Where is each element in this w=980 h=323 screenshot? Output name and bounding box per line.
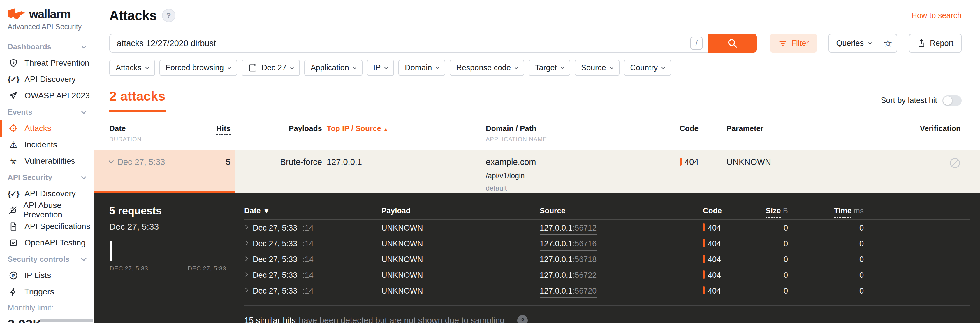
chevron-down-icon <box>81 174 86 179</box>
filter-chip-domain[interactable]: Domain <box>398 59 445 76</box>
filter-chip-forced-browsing[interactable]: Forced browsing <box>159 59 237 76</box>
sidebar-item-vulnerabilities[interactable]: ☣ Vulnerabilities <box>0 153 94 169</box>
sidebar-item-api-abuse-prevention[interactable]: API Abuse Prevention <box>0 202 94 218</box>
how-to-search-link[interactable]: How to search <box>911 11 962 20</box>
page-header: Attacks ? How to search <box>94 0 980 23</box>
status-code-indicator <box>679 158 682 166</box>
sidebar-section-dashboards[interactable]: Dashboards <box>0 38 94 55</box>
attack-application[interactable]: default <box>486 184 679 192</box>
chevron-down-icon <box>384 65 388 69</box>
request-time: 0 <box>788 224 864 233</box>
filter-chip-target[interactable]: Target <box>528 59 570 76</box>
col-code: Code <box>679 124 698 133</box>
source-link[interactable]: 127.0.0.1:56712 <box>540 224 597 235</box>
horizontal-scrollbar-thumb[interactable] <box>40 319 93 322</box>
sidebar-item-threat-prevention[interactable]: Threat Prevention <box>0 55 94 71</box>
source-link[interactable]: 127.0.0.1:56720 <box>540 286 597 298</box>
request-row[interactable]: Dec 27, 5:33:14 UNKNOWN 127.0.0.1:56712 … <box>244 220 970 236</box>
col-hits[interactable]: Hits <box>216 124 231 135</box>
request-size: 0 <box>744 224 788 233</box>
question-badge-icon[interactable]: ? <box>517 315 528 323</box>
sidebar-item-incidents[interactable]: ⚠ Incidents <box>0 137 94 153</box>
filter-chip-ip[interactable]: IP <box>367 59 394 76</box>
svg-text:IP: IP <box>12 274 16 278</box>
col-request-time[interactable]: Time ms <box>788 206 864 215</box>
filter-chip-attacks[interactable]: Attacks <box>109 59 155 76</box>
attack-parameter: UNKNOWN <box>727 150 918 193</box>
chevron-down-icon <box>81 109 86 114</box>
sidebar-section-events[interactable]: Events <box>0 104 94 120</box>
request-payload: UNKNOWN <box>382 271 540 280</box>
chevron-down-icon <box>514 65 519 69</box>
request-row[interactable]: Dec 27, 5:33:14 UNKNOWN 127.0.0.1:56720 … <box>244 283 970 299</box>
sidebar-item-api-discovery[interactable]: {✓} API Discovery <box>0 71 94 88</box>
search-box: / <box>109 34 708 53</box>
results-row: 2 attacks Sort by latest hit <box>94 89 980 112</box>
chevron-right-icon <box>243 225 248 229</box>
col-application-name: APPLICATION NAME <box>486 136 679 143</box>
source-link[interactable]: 127.0.0.1:56722 <box>540 271 597 282</box>
favorite-query-button[interactable]: ☆ <box>878 34 897 52</box>
warning-icon: ⚠ <box>8 140 19 149</box>
chevron-right-icon <box>243 256 248 261</box>
col-top-ip-source[interactable]: Top IP / Source ▲ <box>327 124 388 133</box>
attack-row[interactable]: Dec 27, 5:33 5 Brute-force 127.0.0.1 exa… <box>94 150 980 193</box>
requests-date: Dec 27, 5:33 <box>109 222 159 232</box>
sidebar-section-security-controls[interactable]: Security controls <box>0 251 94 267</box>
queries-dropdown[interactable]: Queries <box>829 34 878 52</box>
chevron-right-icon <box>243 272 248 277</box>
search-input[interactable] <box>110 34 708 52</box>
status-code-indicator <box>703 223 705 231</box>
report-button[interactable]: Report <box>909 34 962 53</box>
request-row[interactable]: Dec 27, 5:33:14 UNKNOWN 127.0.0.1:56718 … <box>244 251 970 267</box>
sidebar-item-openapi-testing[interactable]: OpenAPI Testing <box>0 235 94 251</box>
sidebar-item-api-specifications[interactable]: API Specifications <box>0 218 94 235</box>
requests-rows: Dec 27, 5:33:14 UNKNOWN 127.0.0.1:56712 … <box>244 220 970 299</box>
axis-end-label: DEC 27, 5:33 <box>188 265 226 272</box>
selected-row-indicator <box>94 191 235 193</box>
request-row[interactable]: Dec 27, 5:33:14 UNKNOWN 127.0.0.1:56722 … <box>244 267 970 283</box>
source-link[interactable]: 127.0.0.1:56716 <box>540 239 597 251</box>
filter-chip-country[interactable]: Country <box>624 59 671 76</box>
brand-subtitle: Advanced API Security <box>8 22 94 31</box>
col-date[interactable]: Date <box>109 124 198 133</box>
logo-block[interactable]: wallarm Advanced API Security <box>0 0 94 31</box>
filter-button[interactable]: Filter <box>770 34 817 53</box>
sidebar-item-ip-lists[interactable]: IP IP Lists <box>0 267 94 284</box>
sidebar-item-owasp-api-2023[interactable]: OWASP API 2023 <box>0 88 94 104</box>
col-request-size[interactable]: Size B <box>744 206 788 215</box>
request-size: 0 <box>744 239 788 248</box>
request-code: 404 <box>708 271 721 280</box>
attacks-table-header: Date DURATION Hits Payloads Top IP / Sou… <box>94 124 980 143</box>
similar-hits-count: 15 similar hits <box>244 316 296 323</box>
source-link[interactable]: 127.0.0.1:56718 <box>540 255 597 266</box>
target-icon <box>8 124 19 133</box>
search-button[interactable] <box>708 34 757 53</box>
lightning-icon <box>8 287 19 296</box>
col-request-code: Code <box>703 206 744 215</box>
status-code-indicator <box>703 270 705 279</box>
col-request-date[interactable]: Date ▼ <box>244 206 382 215</box>
filter-chip-response-code[interactable]: Response code <box>450 59 524 76</box>
filter-icon <box>778 39 787 47</box>
filter-chip-application[interactable]: Application <box>304 59 363 76</box>
attack-count: 2 attacks <box>109 89 165 112</box>
sidebar-item-triggers[interactable]: Triggers <box>0 284 94 300</box>
col-request-payload: Payload <box>382 206 540 215</box>
chevron-down-icon <box>108 158 114 163</box>
attack-payload: Brute-force <box>235 150 327 193</box>
sidebar-item-attacks[interactable]: Attacks <box>0 120 94 137</box>
histogram-bar <box>110 241 113 261</box>
request-row[interactable]: Dec 27, 5:33:14 UNKNOWN 127.0.0.1:56716 … <box>244 236 970 251</box>
filter-chip-source[interactable]: Source <box>575 59 619 76</box>
help-icon[interactable]: ? <box>162 9 175 22</box>
sidebar-section-api-security[interactable]: API Security <box>0 169 94 185</box>
filter-chip-dec-27[interactable]: Dec 27 <box>242 59 300 76</box>
request-date: Dec 27, 5:33 <box>253 271 297 280</box>
sort-toggle[interactable] <box>942 95 962 106</box>
monthly-limit-label: Monthly limit: <box>8 304 54 312</box>
wallarm-logo-icon <box>8 8 25 21</box>
col-request-source: Source <box>540 206 703 215</box>
sidebar-item-api-discovery[interactable]: {✓} API Discovery <box>0 185 94 202</box>
no-verification-icon[interactable] <box>949 162 961 171</box>
